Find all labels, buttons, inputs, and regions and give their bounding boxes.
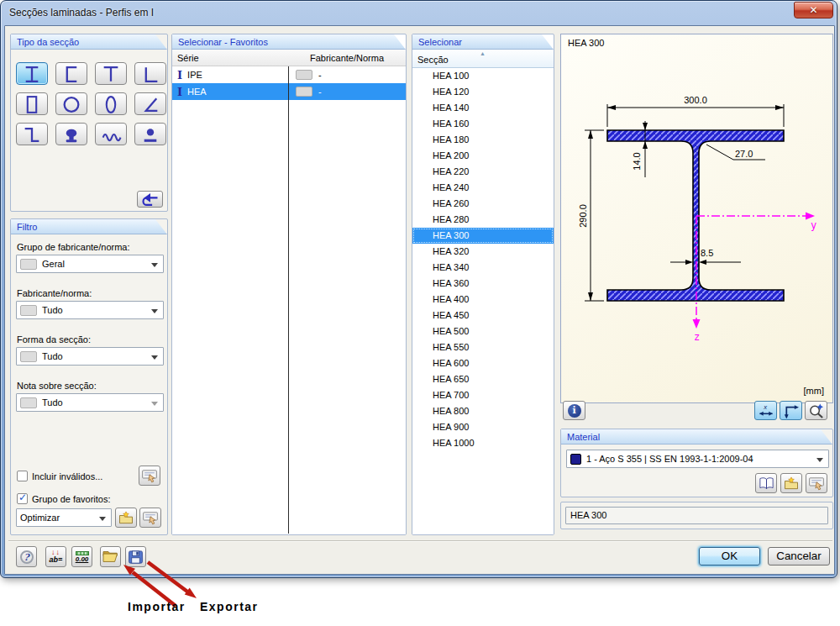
section-name-field[interactable]: HEA 300 bbox=[565, 507, 828, 524]
section-list-item[interactable]: HEA 160 bbox=[412, 116, 554, 132]
help-icon: ? bbox=[20, 550, 34, 564]
norma-cell: - bbox=[318, 87, 322, 97]
help-button[interactable]: ? bbox=[16, 546, 37, 567]
close-button[interactable]: ✕ bbox=[794, 2, 833, 18]
type-oval-button[interactable] bbox=[95, 92, 127, 115]
favorites-header: Série Fabricante/Norma bbox=[172, 50, 406, 66]
new-favorites-group-button[interactable] bbox=[115, 508, 137, 528]
norm-color-swatch bbox=[296, 87, 312, 97]
section-list-item[interactable]: HEA 320 bbox=[412, 244, 554, 260]
section-list-item[interactable]: HEA 120 bbox=[412, 84, 554, 100]
sort-ascending-icon: ▲ bbox=[480, 50, 486, 56]
favorites-group-select[interactable]: Optimizar bbox=[16, 508, 112, 527]
type-t-section-button[interactable] bbox=[95, 62, 127, 85]
section-list-item[interactable]: HEA 340 bbox=[412, 260, 554, 276]
cancel-button[interactable]: Cancelar bbox=[768, 547, 830, 566]
zoom-detail-button[interactable] bbox=[805, 401, 827, 420]
svg-text:x: x bbox=[763, 403, 768, 411]
axes-toggle-button[interactable] bbox=[780, 401, 802, 420]
favorites-row[interactable]: IHEA- bbox=[172, 83, 406, 100]
section-list-item[interactable]: HEA 800 bbox=[412, 403, 554, 419]
nomenclature-button[interactable]: ↓↓ab= bbox=[45, 546, 66, 567]
type-corrugated-button[interactable] bbox=[95, 123, 127, 145]
edit-favorites-group-button[interactable] bbox=[139, 508, 161, 528]
section-list-item[interactable]: HEA 100 bbox=[412, 68, 554, 84]
import-annotation-label: Importar bbox=[128, 600, 186, 613]
material-caption: Material bbox=[561, 429, 832, 445]
material-library-button[interactable] bbox=[755, 473, 777, 493]
i-section-icon: I bbox=[177, 70, 182, 81]
shape-label: Forma da secção: bbox=[17, 334, 91, 345]
section-list-item[interactable]: HEA 600 bbox=[412, 355, 554, 371]
type-rail-button[interactable] bbox=[55, 123, 87, 145]
favorites-group-checkbox[interactable]: Grupo de favoritos: bbox=[17, 493, 111, 504]
sections-group-panel: Selecionar ▲ Secção HEA 100HEA 120HEA 14… bbox=[412, 34, 554, 535]
section-list-item[interactable]: HEA 300 bbox=[412, 228, 554, 244]
norm-color-swatch bbox=[296, 70, 312, 80]
new-folder-icon bbox=[783, 476, 800, 491]
section-list-item[interactable]: HEA 700 bbox=[412, 387, 554, 403]
favorites-body: IIPE-IHEA- bbox=[172, 66, 406, 534]
ab-equals-icon: ↓↓ab= bbox=[50, 550, 63, 564]
column-serie[interactable]: Série bbox=[177, 53, 199, 63]
section-list-item[interactable]: HEA 900 bbox=[412, 419, 554, 435]
section-list-item[interactable]: HEA 500 bbox=[412, 324, 554, 339]
color-swatch bbox=[20, 305, 37, 316]
axes-arrows-icon bbox=[782, 402, 801, 418]
info-button[interactable]: i bbox=[563, 401, 585, 420]
section-list-item[interactable]: HEA 260 bbox=[412, 196, 554, 212]
include-invalid-checkbox[interactable]: Incluir inválidos... bbox=[17, 471, 102, 481]
manufacturer-select[interactable]: Tudo bbox=[16, 301, 164, 319]
section-list-item[interactable]: HEA 140 bbox=[412, 100, 554, 116]
undo-filter-button[interactable] bbox=[137, 191, 163, 208]
type-round-bar-button[interactable] bbox=[134, 123, 166, 145]
axis-y-label: y bbox=[811, 219, 816, 231]
shape-select[interactable]: Tudo bbox=[16, 347, 164, 366]
type-acute-angle-button[interactable] bbox=[134, 92, 166, 115]
type-i-section-button[interactable] bbox=[16, 62, 48, 85]
favorites-row[interactable]: IIPE- bbox=[172, 66, 406, 83]
svg-text:27.0: 27.0 bbox=[735, 149, 753, 159]
section-list-item[interactable]: HEA 240 bbox=[412, 180, 554, 196]
edit-material-button[interactable] bbox=[806, 473, 827, 493]
dialog-title: Secções laminadas - Perfis em I bbox=[9, 7, 154, 18]
section-list-item[interactable]: HEA 200 bbox=[412, 148, 554, 164]
section-list-item[interactable]: HEA 550 bbox=[412, 339, 554, 355]
edit-invalid-button[interactable] bbox=[139, 466, 160, 486]
checkbox-checked[interactable] bbox=[17, 493, 28, 504]
new-material-button[interactable] bbox=[780, 473, 802, 493]
material-select[interactable]: 1 - Aço S 355 | SS EN 1993-1-1:2009-04 bbox=[566, 450, 829, 468]
i-section-icon: I bbox=[177, 87, 182, 97]
checkbox-unchecked[interactable] bbox=[17, 471, 28, 481]
column-norma[interactable]: Fabricante/Norma bbox=[288, 53, 406, 63]
svg-text:300.0: 300.0 bbox=[684, 95, 707, 105]
section-list-item[interactable]: HEA 360 bbox=[412, 276, 554, 292]
material-group: Material 1 - Aço S 355 | SS EN 1993-1-1:… bbox=[560, 429, 833, 497]
section-list-item[interactable]: HEA 400 bbox=[412, 292, 554, 308]
section-list-item[interactable]: HEA 450 bbox=[412, 308, 554, 324]
dimensions-toggle-button[interactable]: x bbox=[754, 401, 777, 420]
sections-caption: Selecionar bbox=[412, 34, 554, 50]
hand-edit-icon bbox=[808, 476, 825, 491]
floppy-disk-icon bbox=[128, 550, 144, 565]
type-rect-hollow-button[interactable] bbox=[16, 92, 48, 115]
new-folder-icon bbox=[118, 510, 134, 525]
type-z-section-button[interactable] bbox=[16, 123, 48, 145]
export-button[interactable] bbox=[125, 546, 146, 567]
type-l-angle-button[interactable] bbox=[134, 62, 166, 85]
import-button[interactable] bbox=[100, 546, 121, 567]
sections-column-header[interactable]: ▲ Secção bbox=[412, 50, 554, 68]
section-list-item[interactable]: HEA 220 bbox=[412, 164, 554, 180]
type-u-channel-button[interactable] bbox=[55, 62, 87, 85]
info-icon: i bbox=[568, 404, 581, 418]
ok-button[interactable]: OK bbox=[699, 547, 760, 566]
section-list-item[interactable]: HEA 280 bbox=[412, 212, 554, 228]
type-round-hollow-button[interactable] bbox=[55, 92, 87, 115]
units-settings-button[interactable]: 0.00 bbox=[71, 546, 92, 567]
svg-text:8.5: 8.5 bbox=[701, 248, 713, 258]
manufacturer-group-select[interactable]: Geral bbox=[16, 255, 164, 273]
section-list-item[interactable]: HEA 650 bbox=[412, 371, 554, 387]
titlebar[interactable]: Secções laminadas - Perfis em I ✕ bbox=[1, 1, 837, 25]
section-list-item[interactable]: HEA 180 bbox=[412, 132, 554, 148]
section-list-item[interactable]: HEA 1000 bbox=[412, 435, 554, 451]
